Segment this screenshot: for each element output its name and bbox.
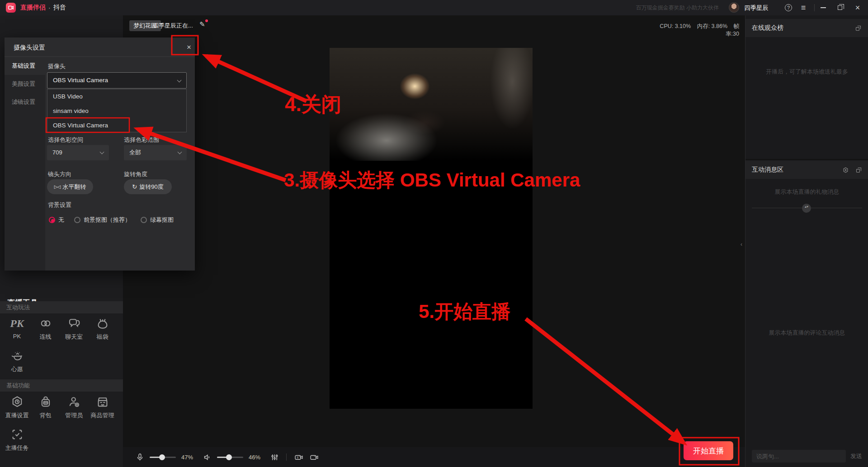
video-preview (330, 48, 533, 409)
svg-text:5: 5 (297, 456, 299, 459)
tool-goods[interactable]: 商品管理 (88, 395, 117, 420)
chat-input[interactable] (752, 450, 846, 462)
radio-greenscreen[interactable]: 绿幕抠图 (141, 216, 174, 224)
title-separator: · (48, 4, 51, 11)
tab-filter-settings[interactable]: 滤镜设置 (5, 93, 45, 111)
flip-horizontal-button[interactable]: ▷◁ 水平翻转 (47, 179, 93, 194)
rotate-90-button[interactable]: ↻ 旋转90度 (124, 179, 172, 194)
send-button[interactable]: 发送 (850, 452, 862, 460)
cpu-stat: CPU: 3.10% (660, 23, 691, 29)
chevron-down-icon (100, 150, 104, 154)
orientation-label: 镜头方向 (48, 170, 71, 178)
dialog-sidebar: 基础设置 美颜设置 滤镜设置 (5, 57, 45, 271)
color-space-select[interactable]: 709 (47, 145, 109, 160)
speaker-volume-slider[interactable] (217, 454, 243, 460)
lucky-bag-icon (96, 316, 109, 331)
radio-foreground-matting[interactable]: 前景抠图（推荐） (74, 216, 131, 224)
dropdown-option-sinsam[interactable]: sinsam video (47, 104, 186, 118)
speaker-icon[interactable] (203, 453, 212, 462)
username-label: 四季星辰 (744, 4, 769, 12)
speaker-volume-value: 46% (249, 454, 265, 461)
settings-gear-icon (10, 395, 24, 409)
admin-person-icon (67, 395, 81, 409)
tab-beauty-settings[interactable]: 美颜设置 (5, 75, 45, 93)
comment-empty-text: 展示本场直播的评论互动消息 (745, 329, 868, 337)
tool-admin[interactable]: 管理员 (60, 395, 88, 420)
camera-label: 摄像头 (48, 62, 66, 70)
tool-luckybag[interactable]: 福袋 (88, 316, 117, 341)
close-window-button[interactable]: × (850, 0, 865, 15)
menu-button[interactable]: ≡ (796, 0, 811, 15)
start-live-button[interactable]: 开始直播 (684, 441, 733, 460)
arrow-to-close (206, 56, 307, 101)
dialog-title: 摄像头设置 (14, 44, 45, 52)
tool-chatroom[interactable]: 聊天室 (60, 316, 88, 341)
edit-title-icon[interactable]: ✎ (199, 20, 208, 28)
live-title: 四季星辰正在... (153, 22, 193, 30)
memory-stat: 内存: 3.86% (697, 23, 727, 29)
pk-icon: PK (10, 318, 24, 330)
camera-dropdown-list: USB Video sinsam video OBS Virtual Camer… (47, 89, 187, 132)
tool-backpack[interactable]: 背包 (31, 395, 60, 420)
maximize-button[interactable] (833, 0, 847, 15)
radio-icon (74, 217, 80, 223)
message-popout-icon[interactable] (855, 167, 862, 173)
camera-feed-frame (330, 48, 533, 161)
platform-name: 抖音 (53, 4, 66, 12)
section-interactive: 互动玩法 (0, 301, 123, 313)
rotate-icon: ↻ (132, 183, 137, 190)
microphone-icon[interactable] (136, 453, 144, 462)
dropdown-option-obs[interactable]: OBS Virtual Camera (47, 118, 186, 133)
camera-select[interactable]: OBS Virtual Camera (47, 72, 187, 89)
split-drag-handle[interactable]: ▴▾ (802, 204, 811, 213)
tool-anchor-tasks[interactable]: 主播任务 (3, 427, 31, 452)
minimize-button[interactable] (816, 0, 830, 15)
link-rings-icon (39, 316, 52, 331)
viewers-rank-title: 在线观众榜 (752, 24, 783, 32)
user-avatar[interactable] (729, 2, 739, 13)
chevron-down-icon (177, 78, 182, 83)
video-camera-icon[interactable] (309, 453, 319, 462)
store-icon (96, 395, 109, 409)
section-basic: 基础功能 (0, 379, 123, 392)
minimize-icon (821, 7, 826, 8)
tool-connect[interactable]: 连线 (31, 316, 60, 341)
messages-title: 互动消息区 (752, 166, 783, 174)
tool-wish[interactable]: 心愿 (3, 349, 31, 374)
color-range-label: 选择色彩范围 (124, 136, 159, 144)
message-settings-gear-icon[interactable] (842, 167, 849, 173)
marquee-text: 百万现金掘金赛奖励 小助力大伙伴 (636, 4, 719, 12)
tool-live-settings[interactable]: 直播设置 (3, 395, 31, 420)
app-window: 直播伴侣 · 抖音 百万现金掘金赛奖励 小助力大伙伴 四季星辰 ? ≡ × 梦幻… (0, 0, 868, 467)
countdown-camera-icon[interactable]: 5 (294, 453, 304, 462)
radio-selected-icon (49, 217, 55, 223)
color-space-label: 选择色彩空间 (48, 136, 83, 144)
chevron-down-icon (178, 150, 182, 154)
dialog-close-button[interactable]: × (184, 42, 194, 53)
task-check-icon (10, 427, 24, 442)
viewers-empty-text: 开播后，可了解本场谁送礼最多 (745, 68, 868, 76)
dropdown-option-usb[interactable]: USB Video (47, 89, 186, 104)
tool-pk[interactable]: PK PK (3, 316, 31, 341)
rotation-label: 旋转角度 (124, 170, 147, 178)
app-title: 直播伴侣 (20, 4, 46, 12)
radio-icon (141, 217, 147, 223)
restore-icon (838, 5, 842, 10)
performance-stats: CPU: 3.10% 内存: 3.86% 帧率:30 (644, 23, 739, 38)
color-range-select[interactable]: 全部 (124, 145, 187, 160)
audio-mixer-icon[interactable] (270, 453, 279, 462)
tab-basic-settings[interactable]: 基础设置 (5, 57, 45, 75)
chat-input-row: 发送 (745, 445, 868, 467)
mic-volume-slider[interactable] (150, 454, 176, 460)
chat-bubbles-icon (67, 316, 81, 331)
wish-lamp-icon (10, 349, 24, 363)
right-panel: 在线观众榜 开播后，可了解本场谁送礼最多 互动消息区 展示本场直播的礼物消息 ▴… (745, 15, 868, 467)
help-button[interactable]: ? (781, 0, 796, 15)
popout-icon[interactable] (855, 25, 862, 32)
arrow-to-start-button (526, 319, 684, 443)
titlebar-divider (814, 4, 815, 11)
bottom-toolbar: 47% 46% 5 (123, 447, 745, 467)
mic-volume-value: 47% (181, 454, 198, 461)
radio-none[interactable]: 无 (49, 216, 64, 224)
panel-collapse-handle[interactable]: ‹ (739, 238, 744, 250)
